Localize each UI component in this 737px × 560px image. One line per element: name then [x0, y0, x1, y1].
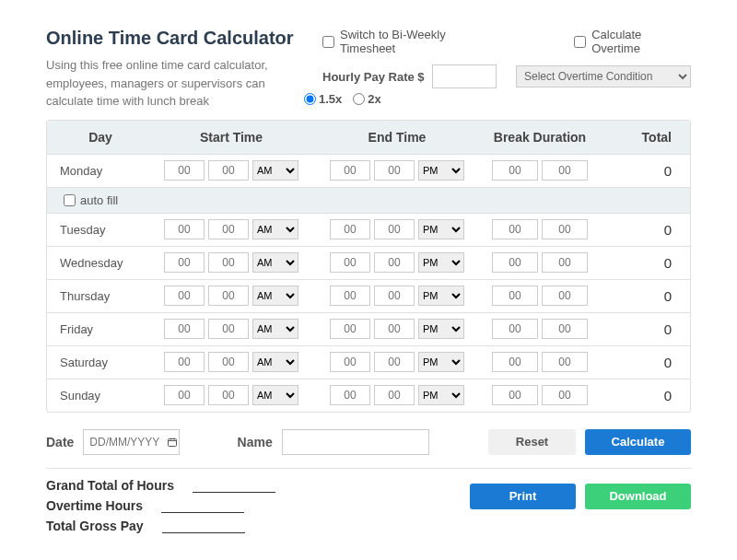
- day-cell: Sunday: [47, 379, 148, 412]
- table-row: SaturdayAMPM0: [47, 345, 690, 379]
- break-hour-input[interactable]: [492, 385, 538, 405]
- day-cell: Wednesday: [47, 247, 148, 279]
- overtime-hours-value: [161, 498, 244, 513]
- date-input[interactable]: [83, 429, 180, 455]
- calculate-button[interactable]: Calculate: [585, 429, 691, 455]
- end-hour-input[interactable]: [330, 252, 370, 273]
- break-hour-input[interactable]: [492, 319, 538, 339]
- autofill-checkbox[interactable]: [64, 194, 76, 206]
- biweekly-toggle[interactable]: Switch to Bi-Weekly Timesheet: [322, 28, 500, 55]
- start-hour-input[interactable]: [164, 352, 205, 372]
- break-hour-input[interactable]: [492, 219, 538, 239]
- start-hour-input[interactable]: [164, 219, 205, 239]
- table-row: WednesdayAMPM0: [47, 246, 690, 279]
- day-cell: Thursday: [47, 280, 148, 312]
- end-ampm-select[interactable]: PM: [418, 252, 464, 273]
- print-button[interactable]: Print: [470, 484, 576, 509]
- start-ampm-select[interactable]: AM: [252, 385, 298, 405]
- table-row: FridayAMPM0: [47, 312, 690, 345]
- table-row: SundayAMPM0: [47, 379, 690, 412]
- break-min-input[interactable]: [542, 352, 588, 372]
- day-cell: Saturday: [47, 346, 148, 379]
- break-min-input[interactable]: [542, 385, 588, 405]
- overtime-label: Calculate Overtime: [591, 28, 691, 55]
- end-hour-input[interactable]: [330, 319, 370, 339]
- autofill-row: auto fill: [47, 187, 690, 213]
- end-ampm-select[interactable]: PM: [418, 385, 464, 405]
- start-hour-input[interactable]: [164, 252, 205, 273]
- break-hour-input[interactable]: [492, 252, 538, 273]
- start-hour-input[interactable]: [164, 319, 205, 339]
- break-min-input[interactable]: [542, 319, 588, 339]
- end-hour-input[interactable]: [330, 352, 370, 372]
- end-min-input[interactable]: [374, 160, 415, 181]
- end-min-input[interactable]: [374, 352, 415, 372]
- mult-2x-option[interactable]: 2x: [353, 92, 380, 106]
- start-min-input[interactable]: [208, 352, 249, 372]
- end-ampm-select[interactable]: PM: [418, 160, 464, 181]
- gross-pay-label: Total Gross Pay: [46, 519, 144, 533]
- end-ampm-select[interactable]: PM: [418, 286, 464, 306]
- start-ampm-select[interactable]: AM: [252, 252, 298, 273]
- end-hour-input[interactable]: [330, 286, 370, 306]
- name-input[interactable]: [282, 429, 429, 455]
- row-total: 0: [600, 281, 690, 311]
- break-min-input[interactable]: [542, 160, 588, 181]
- mult-15x-radio[interactable]: [304, 93, 316, 105]
- end-min-input[interactable]: [374, 252, 415, 273]
- end-min-input[interactable]: [374, 385, 415, 405]
- start-ampm-select[interactable]: AM: [252, 219, 298, 239]
- break-hour-input[interactable]: [492, 286, 538, 306]
- biweekly-label: Switch to Bi-Weekly Timesheet: [340, 28, 500, 55]
- end-hour-input[interactable]: [330, 160, 370, 181]
- start-min-input[interactable]: [208, 319, 249, 339]
- mult-2x-radio[interactable]: [353, 93, 365, 105]
- col-start-header: Start Time: [148, 121, 314, 154]
- end-hour-input[interactable]: [330, 219, 370, 239]
- biweekly-checkbox[interactable]: [322, 36, 334, 48]
- start-ampm-select[interactable]: AM: [252, 319, 298, 339]
- page-title: Online Time Card Calculator: [46, 28, 304, 49]
- table-row: MondayAMPM0: [47, 154, 690, 187]
- end-ampm-select[interactable]: PM: [418, 319, 464, 339]
- start-hour-input[interactable]: [164, 160, 205, 181]
- col-total-header: Total: [600, 121, 690, 154]
- end-min-input[interactable]: [374, 286, 415, 306]
- reset-button[interactable]: Reset: [488, 429, 576, 455]
- start-min-input[interactable]: [208, 160, 249, 181]
- break-hour-input[interactable]: [492, 352, 538, 372]
- start-ampm-select[interactable]: AM: [252, 352, 298, 372]
- day-cell: Monday: [47, 155, 148, 187]
- mult-15x-option[interactable]: 1.5x: [304, 92, 342, 106]
- day-cell: Tuesday: [47, 214, 148, 246]
- end-ampm-select[interactable]: PM: [418, 352, 464, 372]
- start-min-input[interactable]: [208, 219, 249, 239]
- start-hour-input[interactable]: [164, 286, 205, 306]
- overtime-toggle[interactable]: Calculate Overtime: [574, 28, 691, 55]
- break-min-input[interactable]: [542, 219, 588, 239]
- start-min-input[interactable]: [208, 252, 249, 273]
- name-label: Name: [238, 435, 273, 449]
- download-button[interactable]: Download: [585, 484, 691, 509]
- autofill-toggle[interactable]: auto fill: [56, 193, 681, 207]
- overtime-checkbox[interactable]: [574, 36, 586, 48]
- end-min-input[interactable]: [374, 319, 415, 339]
- end-hour-input[interactable]: [330, 385, 370, 405]
- end-min-input[interactable]: [374, 219, 415, 239]
- start-ampm-select[interactable]: AM: [252, 286, 298, 306]
- overtime-condition-select[interactable]: Select Overtime Condition: [516, 65, 691, 88]
- grand-total-label: Grand Total of Hours: [46, 478, 174, 493]
- end-ampm-select[interactable]: PM: [418, 219, 464, 239]
- mult-2x-label: 2x: [368, 92, 380, 106]
- break-min-input[interactable]: [542, 286, 588, 306]
- col-day-header: Day: [47, 121, 148, 154]
- day-cell: Friday: [47, 313, 148, 345]
- start-min-input[interactable]: [208, 385, 249, 405]
- break-min-input[interactable]: [542, 252, 588, 273]
- rate-input[interactable]: [432, 64, 497, 88]
- start-ampm-select[interactable]: AM: [252, 160, 298, 181]
- grand-total-value: [193, 478, 275, 493]
- start-hour-input[interactable]: [164, 385, 205, 405]
- break-hour-input[interactable]: [492, 160, 538, 181]
- start-min-input[interactable]: [208, 286, 249, 306]
